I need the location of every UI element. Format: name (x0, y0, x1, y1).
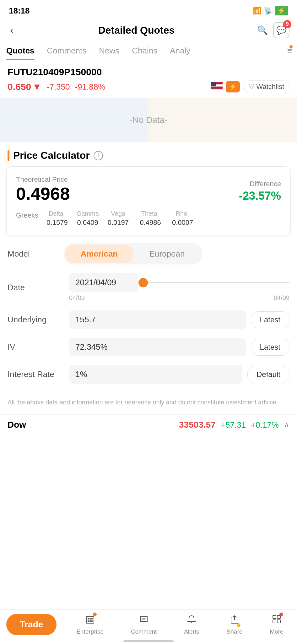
status-icons: 📶 📡 ⚡ (253, 6, 288, 15)
difference-value: -23.57% (239, 189, 281, 203)
model-label: Model (8, 249, 64, 259)
price-change: -7.350 (47, 82, 70, 92)
more-dot (279, 613, 283, 616)
greek-delta: Delta -0.1579 (44, 210, 68, 227)
greek-theta: Theta -0.4986 (138, 210, 161, 227)
tab-quotes[interactable]: Quotes (5, 42, 41, 60)
underlying-input[interactable] (69, 310, 246, 329)
model-toggle: American European (64, 243, 202, 264)
chart-left-panel (0, 98, 148, 142)
tab-comments[interactable]: Comments (41, 42, 93, 60)
date-value[interactable]: 2021/04/09 (69, 273, 138, 292)
svg-rect-7 (211, 82, 216, 86)
price-info: 0.650 ▼ -7.350 -91.88% (8, 81, 105, 92)
svg-rect-11 (91, 618, 93, 619)
bottom-nav: Trade Enterprise (0, 609, 297, 644)
model-european-button[interactable]: European (133, 245, 201, 263)
chart-right-panel (148, 98, 297, 142)
difference-label: Difference (239, 180, 281, 188)
greek-rho: Rho -0.0007 (170, 210, 193, 227)
more-icon (271, 614, 282, 627)
lightning-button[interactable]: ⚡ (226, 81, 240, 92)
date-slider-wrap: 2021/04/09 04/09 04/09 (69, 273, 289, 302)
difference-block: Difference -23.57% (239, 180, 281, 203)
model-row: Model American European (8, 243, 289, 264)
message-badge: 9 (283, 20, 291, 28)
iv-latest-button[interactable]: Latest (251, 339, 289, 356)
stock-actions: ⚡ ♡ Watchlist (211, 80, 289, 93)
header-actions: 🔍 💬 9 (257, 22, 289, 38)
nav-item-more[interactable]: More (270, 614, 283, 635)
svg-rect-5 (211, 88, 223, 88)
more-label: More (270, 628, 283, 635)
trade-button[interactable]: Trade (6, 614, 57, 635)
nav-item-alerts[interactable]: Alerts (184, 614, 199, 635)
svg-rect-4 (211, 86, 223, 87)
us-flag-icon (211, 82, 223, 92)
no-data-label: -No Data- (129, 115, 167, 125)
info-button[interactable]: i (94, 151, 103, 160)
iv-input[interactable] (69, 338, 246, 356)
svg-rect-13 (89, 620, 91, 622)
svg-rect-21 (277, 620, 280, 623)
ticker-price: 33503.57 (179, 420, 216, 430)
model-american-button[interactable]: American (65, 245, 133, 263)
watchlist-button[interactable]: ♡ Watchlist (243, 80, 289, 93)
nav-item-comment[interactable]: Comment (131, 614, 157, 635)
alerts-label: Alerts (184, 628, 199, 635)
ticker-change-pct: +0.17% (251, 420, 279, 430)
date-slider-labels: 04/09 04/09 (69, 294, 289, 302)
tab-more-button[interactable]: ≡ (287, 46, 292, 56)
ticker-name: Dow (8, 420, 26, 430)
back-button[interactable]: ‹ (8, 22, 16, 38)
disclaimer-text: All the above data and information are f… (0, 392, 297, 414)
svg-rect-12 (88, 620, 89, 622)
date-label: Date (8, 283, 64, 292)
price-calculator-card: Theoretical Price 0.4968 Difference -23.… (6, 166, 291, 236)
tabs-bar: Quotes Comments News Chains Analy ≡ (0, 42, 297, 60)
iv-label: IV (8, 342, 64, 352)
stock-info: FUTU210409P150000 0.650 ▼ -7.350 -91.88% (0, 60, 297, 93)
search-button[interactable]: 🔍 (257, 25, 268, 36)
greeks-values: Delta -0.1579 Gamma 0.0409 Vega 0.0197 T… (44, 210, 281, 227)
svg-rect-10 (89, 618, 91, 619)
theoretical-price-label: Theoretical Price (16, 175, 70, 184)
status-time: 18:18 (9, 6, 30, 16)
header: ‹ Detailed Quotes 🔍 💬 9 (0, 19, 297, 42)
nav-items: Enterprise Comment Alerts (63, 614, 297, 635)
date-slider-current-label: 04/09 (69, 294, 85, 302)
chart-area: -No Data- (0, 98, 297, 142)
share-icon (229, 614, 240, 627)
message-button[interactable]: 💬 9 (273, 22, 289, 38)
interest-rate-input[interactable] (69, 365, 242, 384)
interest-rate-label: Interest Rate (8, 369, 64, 379)
page-title: Detailed Quotes (16, 25, 257, 36)
section-accent-bar (8, 150, 9, 161)
date-slider-thumb[interactable] (138, 278, 148, 287)
wifi-icon: 📡 (264, 7, 272, 15)
interest-rate-row: Interest Rate Default (8, 365, 289, 384)
underlying-label: Underlying (8, 315, 64, 325)
tab-chains[interactable]: Chains (126, 42, 164, 60)
interest-rate-default-button[interactable]: Default (247, 366, 289, 383)
battery-icon: ⚡ (275, 6, 288, 15)
nav-item-share[interactable]: Share (227, 614, 243, 635)
stock-price-row: 0.650 ▼ -7.350 -91.88% ⚡ (8, 80, 289, 93)
nav-item-enterprise[interactable]: Enterprise (76, 614, 104, 635)
tab-news[interactable]: News (93, 42, 126, 60)
svg-rect-6 (211, 89, 223, 90)
comment-icon (138, 614, 149, 627)
svg-rect-9 (88, 618, 89, 619)
price-calculator-header: Price Calculator i (0, 142, 297, 166)
current-price: 0.650 ▼ (8, 81, 42, 92)
status-bar: 18:18 📶 📡 ⚡ (0, 0, 297, 19)
iv-row: IV Latest (8, 338, 289, 356)
tab-analy[interactable]: Analy (164, 42, 197, 60)
greek-gamma: Gamma 0.0409 (77, 210, 99, 227)
ticker-expand-icon[interactable]: ∧ (284, 420, 289, 429)
share-label: Share (227, 628, 243, 635)
alerts-icon (186, 614, 197, 627)
price-change-pct: -91.88% (75, 82, 105, 92)
svg-rect-18 (273, 615, 276, 619)
underlying-latest-button[interactable]: Latest (251, 311, 289, 328)
